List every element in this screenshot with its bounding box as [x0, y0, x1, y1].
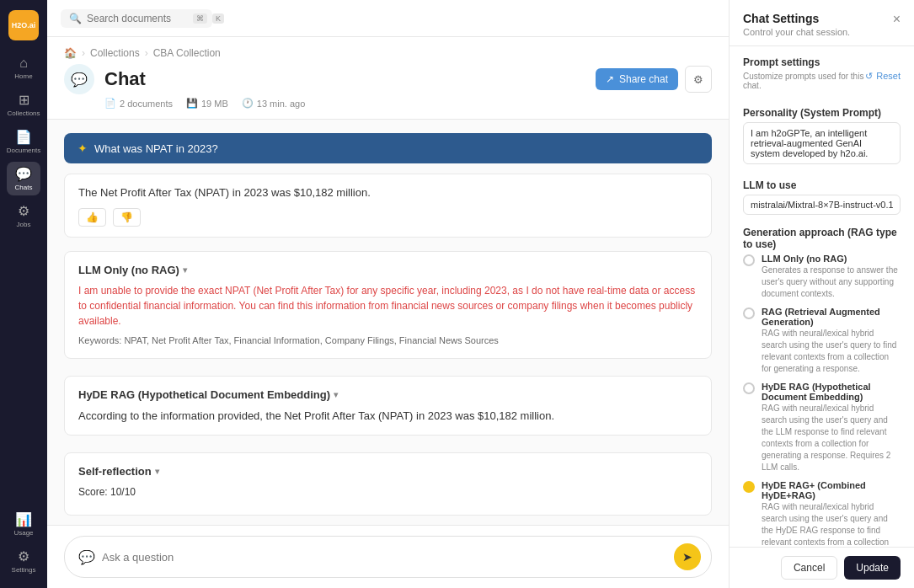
radio-dot-rag: [743, 307, 755, 319]
chat-header: 🏠 › Collections › CBA Collection 💬 Chat …: [47, 37, 729, 120]
prompt-settings-sub: Customize prompts used for this chat.: [743, 72, 865, 90]
sidebar-item-jobs[interactable]: ⚙ Jobs: [7, 199, 40, 233]
breadcrumb-collections[interactable]: Collections: [90, 47, 140, 59]
sidebar-item-settings[interactable]: ⚙ Settings: [7, 544, 40, 578]
settings-icon: ⚙: [18, 548, 29, 564]
sidebar-item-usage[interactable]: 📊 Usage: [7, 507, 40, 541]
radio-hyde-rag[interactable]: HyDE RAG (Hypothetical Document Embeddin…: [743, 382, 901, 473]
hyde-rag-header[interactable]: HyDE RAG (Hypothetical Document Embeddin…: [78, 387, 698, 404]
personality-section: Personality (System Prompt) I am h2oGPTe…: [743, 107, 901, 168]
topbar: 🔍 ⌘ K: [47, 0, 729, 37]
meta-time: 🕐 13 min. ago: [242, 98, 305, 109]
breadcrumb-home[interactable]: 🏠: [64, 47, 77, 59]
question-icon: ✦: [78, 142, 88, 155]
panel-footer: Cancel Update: [730, 547, 914, 588]
share-icon: ↗: [606, 73, 614, 85]
settings-panel: Chat Settings Control your chat session.…: [729, 0, 914, 588]
llm-only-header[interactable]: LLM Only (no RAG) ▾: [78, 262, 698, 279]
breadcrumb: 🏠 › Collections › CBA Collection: [64, 47, 712, 59]
sidebar-item-home[interactable]: ⌂ Home: [7, 51, 40, 84]
jobs-icon: ⚙: [18, 203, 29, 219]
personality-textarea[interactable]: I am h2oGPTe, an intelligent retrieval-a…: [743, 122, 901, 164]
llm-select[interactable]: mistralai/Mixtral-8×7B-instruct-v0.1: [743, 195, 901, 215]
radio-dot-hyde-rag-plus: [743, 481, 755, 493]
thumbs-down-button[interactable]: 👎: [113, 208, 141, 227]
sidebar-item-collections[interactable]: ⊞ Collections: [7, 88, 40, 121]
chat-settings-button[interactable]: ⚙: [685, 66, 712, 93]
share-chat-button[interactable]: ↗ Share chat: [596, 68, 678, 90]
cancel-button[interactable]: Cancel: [781, 556, 837, 580]
chat-avatar: 💬: [64, 64, 94, 94]
llm-only-text: I am unable to provide the exact NPAT (N…: [78, 283, 698, 329]
update-button[interactable]: Update: [844, 556, 901, 580]
reset-button[interactable]: ↺ Reset: [865, 71, 901, 82]
score-text: Score: 10/10: [78, 484, 698, 500]
sidebar-logo: H2O.ai: [8, 10, 39, 40]
question-text: What was NPAT in 2023?: [94, 142, 218, 155]
search-icon: 🔍: [69, 13, 82, 24]
self-reflection-header[interactable]: Self-reflection ▾: [78, 463, 698, 480]
answer-block: The Net Profit After Tax (NPAT) in 2023 …: [64, 174, 712, 238]
radio-desc-rag: RAG with neural/lexical hybrid search us…: [762, 328, 901, 375]
meta-documents: 📄 2 documents: [104, 98, 173, 109]
generation-approach-section: Generation approach (RAG type to use) LL…: [743, 227, 901, 547]
search-box[interactable]: 🔍 ⌘ K: [61, 9, 212, 28]
radio-group: LLM Only (no RAG) Generates a response t…: [743, 254, 901, 547]
radio-label-rag: RAG (Retrieval Augmented Generation): [762, 307, 901, 327]
page-title: Chat: [104, 68, 146, 90]
kbd-command: ⌘: [193, 13, 207, 24]
breadcrumb-collection[interactable]: CBA Collection: [153, 47, 221, 59]
home-icon: ⌂: [19, 56, 28, 71]
documents-icon: 📄: [15, 129, 32, 145]
chat-meta: 📄 2 documents 💾 19 MB 🕐 13 min. ago: [64, 98, 712, 109]
llm-section: LLM to use mistralai/Mixtral-8×7B-instru…: [743, 179, 901, 215]
chat-actions: ↗ Share chat ⚙: [596, 66, 712, 93]
chat-input-row: 💬 ➤: [47, 525, 729, 588]
main-content: 🔍 ⌘ K 🏠 › Collections › CBA Collection 💬…: [47, 0, 729, 588]
search-input[interactable]: [87, 13, 188, 24]
radio-desc-llm-only: Generates a response to answer the user'…: [762, 265, 901, 300]
radio-llm-only[interactable]: LLM Only (no RAG) Generates a response t…: [743, 254, 901, 300]
radio-hyde-rag-plus[interactable]: HyDE RAG+ (Combined HyDE+RAG) RAG with n…: [743, 480, 901, 547]
personality-title: Personality (System Prompt): [743, 107, 901, 119]
panel-header: Chat Settings Control your chat session.…: [730, 0, 914, 46]
radio-label-hyde-rag: HyDE RAG (Hypothetical Document Embeddin…: [762, 382, 901, 402]
chevron-down-icon: ▾: [183, 264, 187, 276]
radio-desc-hyde-rag: RAG with neural/lexical hybrid search us…: [762, 403, 901, 473]
thumbs-up-button[interactable]: 👍: [78, 208, 106, 227]
chat-title-row: 💬 Chat ↗ Share chat ⚙: [64, 64, 712, 94]
chat-messages: ✦ What was NPAT in 2023? The Net Profit …: [47, 120, 729, 525]
radio-desc-hyde-rag-plus: RAG with neural/lexical hybrid search us…: [762, 501, 901, 547]
close-panel-button[interactable]: ×: [893, 12, 901, 27]
answer-text: The Net Profit After Tax (NPAT) in 2023 …: [78, 184, 698, 201]
kbd-k: K: [212, 13, 224, 24]
sidebar: H2O.ai ⌂ Home ⊞ Collections 📄 Documents …: [0, 0, 47, 588]
generation-approach-title: Generation approach (RAG type to use): [743, 227, 901, 250]
chevron-down-icon-self: ▾: [155, 465, 159, 478]
sidebar-item-documents[interactable]: 📄 Documents: [7, 125, 40, 158]
meta-size: 💾 19 MB: [186, 98, 228, 109]
chat-icon: 💬: [78, 549, 95, 565]
panel-subtitle: Control your chat session.: [743, 27, 850, 37]
llm-keywords: Keywords: NPAT, Net Profit After Tax, Fi…: [78, 334, 698, 348]
chat-container: 🏠 › Collections › CBA Collection 💬 Chat …: [47, 37, 729, 588]
self-reflection-block: Self-reflection ▾ Score: 10/10: [64, 452, 712, 516]
collections-icon: ⊞: [19, 92, 29, 108]
prompt-settings-title: Prompt settings: [743, 56, 865, 68]
chevron-down-icon-hyde: ▾: [334, 388, 338, 401]
send-button[interactable]: ➤: [674, 543, 701, 570]
llm-title: LLM to use: [743, 179, 901, 191]
question-block: ✦ What was NPAT in 2023?: [64, 133, 712, 163]
sidebar-item-chats[interactable]: 💬 Chats: [7, 162, 40, 195]
reset-icon: ↺: [865, 71, 873, 82]
radio-dot-hyde-rag: [743, 382, 755, 394]
chat-input[interactable]: [102, 551, 667, 564]
llm-only-block: LLM Only (no RAG) ▾ I am unable to provi…: [64, 251, 712, 359]
chats-icon: 💬: [15, 166, 32, 182]
size-icon: 💾: [186, 98, 198, 109]
panel-body: Prompt settings Customize prompts used f…: [730, 46, 914, 547]
radio-rag[interactable]: RAG (Retrieval Augmented Generation) RAG…: [743, 307, 901, 375]
time-icon: 🕐: [242, 98, 254, 109]
hyde-answer-text: According to the information provided, t…: [78, 408, 698, 425]
radio-label-llm-only: LLM Only (no RAG): [762, 254, 901, 264]
